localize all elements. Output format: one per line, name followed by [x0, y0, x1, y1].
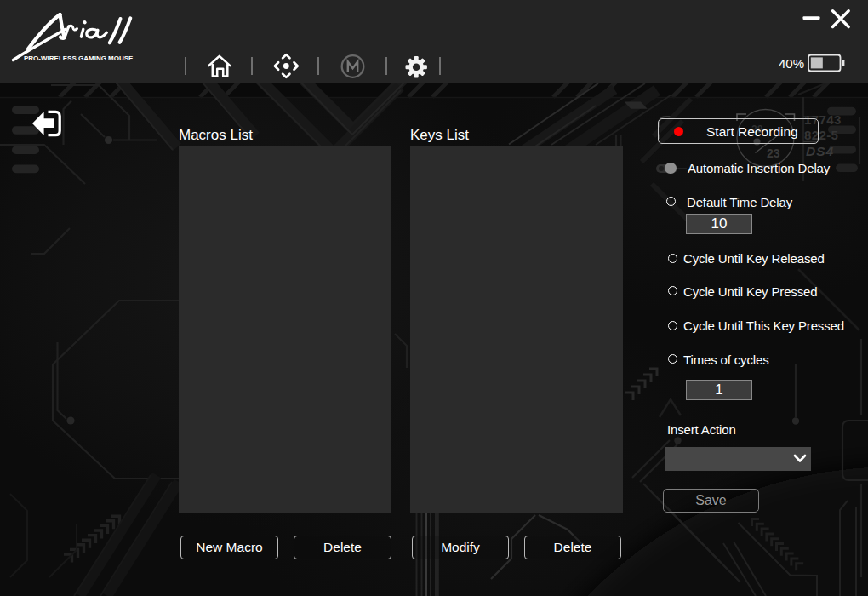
svg-text:PRO-WIRELESS GAMING MOUSE: PRO-WIRELESS GAMING MOUSE [24, 54, 134, 62]
svg-text:DS4: DS4 [806, 144, 834, 158]
svg-text:23: 23 [767, 146, 780, 160]
